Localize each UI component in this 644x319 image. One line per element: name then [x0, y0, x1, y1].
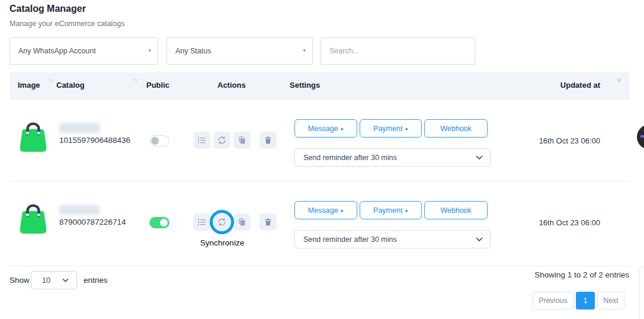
- column-header-actions: Actions: [217, 81, 246, 90]
- widget-mark-icon: [640, 135, 644, 138]
- show-label: Show: [9, 276, 30, 285]
- page-size-value: 10: [42, 276, 50, 285]
- trash-icon: [264, 218, 273, 227]
- page-size-select[interactable]: 10: [31, 271, 77, 289]
- webhook-button[interactable]: Webhook: [424, 201, 488, 219]
- caret-right-icon: ▸: [341, 126, 344, 132]
- next-page-button[interactable]: Next: [597, 292, 624, 310]
- duplicate-button[interactable]: [233, 213, 251, 231]
- table-header: Image ↑↓ Catalog ↑↓ Public Actions Setti…: [9, 72, 629, 100]
- chevron-down-icon: [62, 278, 69, 283]
- sort-icon-active-desc[interactable]: ↑↓: [617, 76, 620, 83]
- column-header-catalog[interactable]: Catalog: [56, 81, 85, 90]
- chevron-down-icon: [476, 237, 483, 242]
- duplicate-button[interactable]: [233, 132, 251, 149]
- catalog-name-redacted: [59, 123, 100, 133]
- list-products-button[interactable]: [193, 213, 210, 231]
- list-icon: [197, 136, 206, 145]
- toggle-knob: [160, 219, 168, 227]
- reminder-select[interactable]: Send reminder after 30 mins: [294, 230, 491, 248]
- column-header-public: Public: [146, 81, 169, 90]
- delete-button[interactable]: [259, 132, 277, 149]
- toggle-knob: [151, 137, 159, 145]
- duplicate-icon: [238, 136, 246, 145]
- reminder-select-value: Send reminder after 30 mins: [303, 235, 397, 244]
- table-row: 1015597906488436 Message ▸ Payment ▸ Web…: [0, 100, 644, 181]
- delete-button[interactable]: [259, 213, 277, 231]
- synchronize-button-highlighted[interactable]: [213, 213, 230, 231]
- sort-icon[interactable]: ↑↓: [49, 76, 52, 83]
- message-button[interactable]: Message ▸: [294, 119, 357, 138]
- public-toggle-off[interactable]: [149, 135, 169, 146]
- reminder-select[interactable]: Send reminder after 30 mins: [294, 148, 491, 167]
- page-1-button[interactable]: 1: [576, 292, 595, 310]
- catalog-bag-icon: [18, 200, 49, 235]
- page-title: Catalog Manager: [9, 4, 86, 14]
- table-bottom-divider: [9, 266, 629, 266]
- entries-label: entries: [84, 276, 108, 285]
- trash-icon: [264, 136, 273, 145]
- search-field-wrap: [321, 37, 475, 65]
- synchronize-button[interactable]: [213, 132, 230, 149]
- message-button[interactable]: Message ▸: [294, 201, 357, 219]
- chevron-down-icon: [476, 155, 483, 160]
- page-subtitle: Manage your eCommerce catalogs: [9, 20, 125, 28]
- column-header-updated-at[interactable]: Updated at: [560, 81, 600, 90]
- whatsapp-account-dropdown[interactable]: Any WhatsApp Account ▾: [9, 37, 158, 65]
- previous-page-button[interactable]: Previous: [533, 292, 573, 310]
- status-dropdown[interactable]: Any Status ▾: [166, 37, 313, 65]
- caret-right-icon: ▸: [341, 208, 344, 213]
- annotation-label: Synchronize: [191, 238, 254, 247]
- public-toggle-on[interactable]: [149, 217, 169, 228]
- updated-at-value: 16th Oct 23 06:00: [510, 136, 600, 145]
- whatsapp-account-dropdown-value: Any WhatsApp Account: [18, 47, 96, 55]
- column-header-image[interactable]: Image: [18, 81, 40, 90]
- catalog-name-redacted: [59, 205, 100, 215]
- search-input[interactable]: [321, 38, 475, 64]
- catalog-bag-icon: [18, 119, 49, 153]
- list-products-button[interactable]: [193, 132, 210, 149]
- payment-button[interactable]: Payment ▸: [360, 119, 422, 138]
- sort-icon[interactable]: ↑↓: [133, 76, 137, 83]
- duplicate-icon: [238, 218, 246, 227]
- edge-panel-peek: [639, 267, 644, 319]
- list-icon: [197, 218, 206, 227]
- catalog-id: 1015597906488436: [59, 136, 130, 145]
- column-header-settings: Settings: [290, 81, 320, 90]
- caret-right-icon: ▸: [405, 126, 408, 132]
- catalog-id: 879000787226714: [59, 218, 126, 227]
- payment-button[interactable]: Payment ▸: [360, 201, 422, 219]
- dropdown-caret-icon: ▾: [303, 47, 306, 53]
- table-row: 879000787226714 Synchronize Message ▸ Pa…: [0, 181, 644, 263]
- showing-entries-text: Showing 1 to 2 of 2 entries: [474, 270, 629, 279]
- reminder-select-value: Send reminder after 30 mins: [303, 154, 397, 162]
- catalog-manager-page: Catalog Manager Manage your eCommerce ca…: [0, 0, 644, 319]
- status-dropdown-value: Any Status: [175, 47, 211, 55]
- updated-at-value: 16th Oct 23 06:00: [510, 218, 600, 227]
- webhook-button[interactable]: Webhook: [424, 119, 488, 138]
- synchronize-icon: [217, 218, 226, 227]
- dropdown-caret-icon: ▾: [148, 47, 151, 53]
- caret-right-icon: ▸: [405, 208, 408, 213]
- synchronize-icon: [217, 136, 226, 145]
